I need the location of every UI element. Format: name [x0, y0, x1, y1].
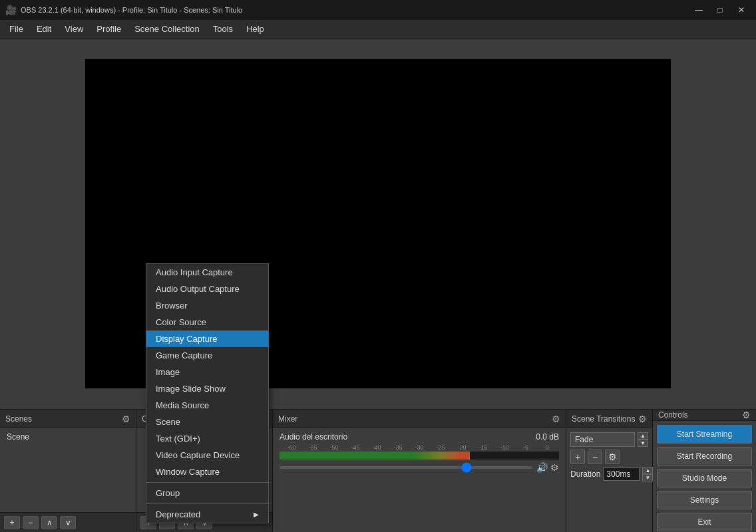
controls-title: Controls — [658, 410, 688, 420]
mixer-content: Audio del escritorio 0.0 dB -60 -55 -50 … — [273, 428, 566, 532]
ctx-item-color-source[interactable]: Color Source — [146, 314, 268, 331]
mixer-track-header: Audio del escritorio 0.0 dB — [280, 432, 559, 442]
mixer-gear-btn[interactable]: ⚙ — [550, 462, 559, 473]
mixer-tick-labels: -60 -55 -50 -45 -40 -35 -30 -25 -20 -15 … — [280, 444, 559, 451]
transitions-gear-btn[interactable]: ⚙ — [605, 450, 620, 464]
ctx-item-media-source[interactable]: Media Source — [146, 397, 268, 414]
settings-button[interactable]: Settings — [657, 491, 752, 509]
ctx-item-audio-input-capture[interactable]: Audio Input Capture — [146, 264, 268, 281]
deprecated-arrow: ▶ — [254, 511, 259, 518]
close-button[interactable]: ✕ — [732, 3, 751, 17]
mixer-header: Mixer ⚙ — [273, 410, 566, 428]
menu-item-scene-collection[interactable]: Scene Collection — [128, 21, 206, 37]
transitions-panel: Scene Transitions ⚙ Fade ▲ ▼ + − ⚙ Du — [566, 410, 653, 532]
mixer-track-name: Audio del escritorio — [280, 432, 347, 442]
menu-item-tools[interactable]: Tools — [206, 21, 240, 37]
sources-panel: Cap ⚙ + − ∧ ∨ Audio Input CaptureAudio O… — [136, 410, 273, 532]
mixer-settings-icon[interactable]: ⚙ — [552, 414, 560, 424]
title-bar-left: 🎥 OBS 23.2.1 (64-bit, windows) - Profile… — [5, 5, 242, 15]
app-icon: 🎥 — [5, 5, 17, 15]
window-controls: — □ ✕ — [689, 3, 751, 17]
menu-item-help[interactable]: Help — [240, 21, 271, 37]
scenes-up-btn[interactable]: ∧ — [41, 516, 57, 529]
bottom-panels: Scenes ⚙ Scene + − ∧ ∨ Cap ⚙ + − — [0, 409, 756, 532]
transitions-title: Scene Transitions — [572, 414, 635, 424]
menu-item-file[interactable]: File — [3, 21, 30, 37]
maximize-button[interactable]: □ — [711, 3, 729, 17]
minimize-button[interactable]: — — [689, 3, 708, 17]
mixer-level-bar — [280, 452, 470, 460]
start-streaming-button[interactable]: Start Streaming — [657, 425, 752, 444]
scene-item[interactable]: Scene — [1, 430, 134, 444]
menu-item-view[interactable]: View — [58, 21, 90, 37]
duration-spin: ▲ ▼ — [642, 467, 653, 481]
ctx-item-deprecated[interactable]: Deprecated▶ — [146, 506, 268, 523]
ctx-item-game-capture[interactable]: Game Capture — [146, 347, 268, 364]
controls-header: Controls ⚙ — [653, 410, 756, 421]
ctx-divider-2 — [146, 503, 268, 504]
studio-mode-button[interactable]: Studio Mode — [657, 469, 752, 487]
scenes-remove-btn[interactable]: − — [23, 516, 39, 529]
duration-up[interactable]: ▲ — [642, 467, 653, 474]
ctx-item-browser[interactable]: Browser — [146, 297, 268, 314]
ctx-item-scene[interactable]: Scene — [146, 414, 268, 430]
ctx-item-image-slide-show[interactable]: Image Slide Show — [146, 380, 268, 397]
preview-area — [0, 39, 756, 409]
scenes-down-btn[interactable]: ∨ — [60, 516, 76, 529]
start-recording-button[interactable]: Start Recording — [657, 447, 752, 466]
ctx-item-window-capture[interactable]: Window Capture — [146, 464, 268, 480]
transitions-settings-icon[interactable]: ⚙ — [638, 414, 647, 424]
menu-item-profile[interactable]: Profile — [90, 21, 128, 37]
duration-row: Duration ▲ ▼ — [570, 467, 648, 481]
ctx-item-video-capture-device[interactable]: Video Capture Device — [146, 447, 268, 464]
scenes-header: Scenes ⚙ — [0, 410, 136, 428]
context-menu: Audio Input CaptureAudio Output CaptureB… — [146, 263, 269, 523]
scenes-footer: + − ∧ ∨ — [0, 512, 136, 532]
deprecated-label: Deprecated — [156, 509, 200, 519]
mixer-panel: Mixer ⚙ Audio del escritorio 0.0 dB -60 … — [273, 410, 566, 532]
transitions-content: Fade ▲ ▼ + − ⚙ Duration ▲ ▼ — [566, 428, 652, 485]
mixer-volume-slider[interactable] — [280, 466, 532, 469]
ctx-item-text--gdi--[interactable]: Text (GDI+) — [146, 430, 268, 447]
fade-spin: ▲ ▼ — [638, 432, 648, 447]
transitions-actions: + − ⚙ — [570, 450, 648, 464]
transitions-add-btn[interactable]: + — [570, 450, 585, 464]
scenes-settings-icon[interactable]: ⚙ — [122, 414, 130, 424]
transitions-header: Scene Transitions ⚙ — [566, 410, 652, 428]
ctx-item-image[interactable]: Image — [146, 364, 268, 380]
controls-content: Start Streaming Start Recording Studio M… — [653, 421, 756, 532]
duration-input[interactable] — [603, 467, 640, 481]
ctx-item-group[interactable]: Group — [146, 485, 268, 501]
menu-bar: FileEditViewProfileScene CollectionTools… — [0, 20, 756, 39]
scenes-title: Scenes — [5, 414, 32, 424]
title-bar: 🎥 OBS 23.2.1 (64-bit, windows) - Profile… — [0, 0, 756, 20]
menu-item-edit[interactable]: Edit — [30, 21, 58, 37]
transitions-remove-btn[interactable]: − — [588, 450, 602, 464]
fade-dropdown[interactable]: Fade — [570, 432, 635, 447]
scenes-panel: Scenes ⚙ Scene + − ∧ ∨ — [0, 410, 136, 532]
controls-panel: Controls ⚙ Start Streaming Start Recordi… — [653, 410, 756, 532]
controls-settings-icon[interactable]: ⚙ — [742, 410, 751, 420]
fade-down[interactable]: ▼ — [638, 440, 648, 447]
exit-button[interactable]: Exit — [657, 513, 752, 531]
ctx-item-audio-output-capture[interactable]: Audio Output Capture — [146, 281, 268, 297]
main-area: Scenes ⚙ Scene + − ∧ ∨ Cap ⚙ + − — [0, 39, 756, 532]
scenes-list: Scene — [0, 428, 136, 512]
fade-up[interactable]: ▲ — [638, 432, 648, 440]
scenes-add-btn[interactable]: + — [4, 516, 20, 529]
duration-down[interactable]: ▼ — [642, 474, 653, 481]
mixer-track: Audio del escritorio 0.0 dB -60 -55 -50 … — [274, 430, 564, 475]
mixer-track-db: 0.0 dB — [536, 432, 559, 442]
duration-label: Duration — [570, 469, 600, 479]
mixer-title: Mixer — [278, 414, 297, 424]
mixer-icons: 🔊 ⚙ — [536, 462, 559, 473]
fade-select-row: Fade ▲ ▼ — [570, 432, 648, 447]
ctx-item-display-capture[interactable]: Display Capture — [146, 331, 268, 347]
mixer-controls: 🔊 ⚙ — [280, 462, 559, 473]
ctx-divider-1 — [146, 482, 268, 483]
mixer-bar-container — [280, 452, 559, 460]
mixer-mute-btn[interactable]: 🔊 — [536, 462, 548, 473]
title-text: OBS 23.2.1 (64-bit, windows) - Profile: … — [21, 6, 242, 14]
